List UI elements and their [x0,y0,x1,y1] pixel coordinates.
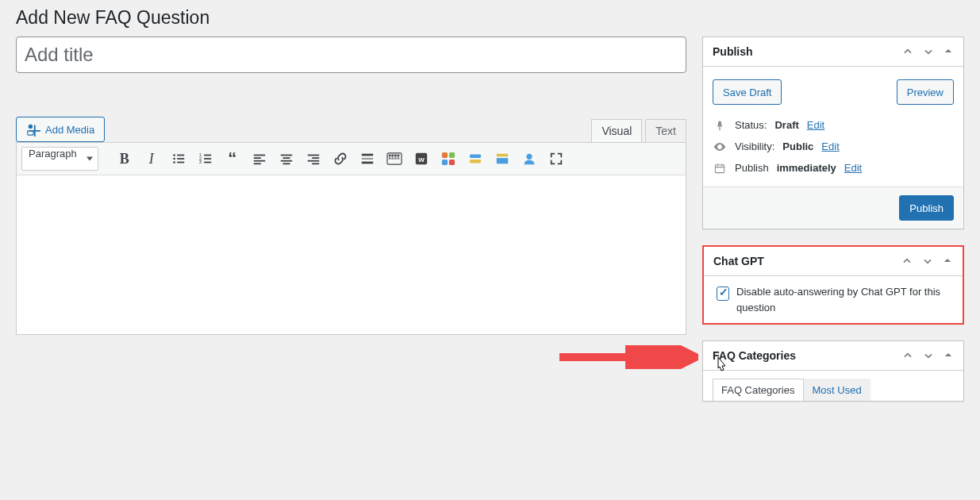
toggle-panel-icon[interactable] [943,349,954,362]
bold-button[interactable]: B [113,147,136,171]
visibility-label: Visibility: [735,140,774,152]
svg-rect-34 [389,157,391,160]
svg-point-4 [173,158,175,160]
svg-rect-26 [362,154,373,156]
svg-text:3: 3 [199,160,202,164]
svg-rect-24 [308,160,319,162]
svg-rect-46 [497,154,508,157]
blockquote-button[interactable]: “ [221,147,244,171]
fullscreen-button[interactable] [544,147,568,171]
editor-toolbar: Paragraph B I 123 “ [17,143,686,175]
chatgpt-metabox: Chat GPT Disable auto-answering by Chat … [702,245,964,325]
disable-chatgpt-checkbox[interactable] [717,287,729,301]
wp-shortcode-button-4[interactable] [490,147,514,171]
disable-chatgpt-option[interactable]: Disable auto-answering by Chat GPT for t… [713,284,953,315]
visibility-edit-link[interactable]: Edit [821,140,839,152]
wp-shortcode-button-2[interactable] [436,147,460,171]
eye-icon [713,141,727,152]
svg-rect-16 [254,160,265,162]
move-down-icon[interactable] [921,255,934,267]
disable-chatgpt-label: Disable auto-answering by Chat GPT for t… [736,284,953,315]
editor-content-area[interactable] [17,175,686,334]
status-label: Status: [735,119,767,131]
italic-button[interactable]: I [140,147,163,171]
status-edit-link[interactable]: Edit [807,119,824,131]
bullet-list-button[interactable] [167,147,190,171]
wp-shortcode-button-5[interactable] [517,147,541,171]
wp-shortcode-button-1[interactable]: W [409,147,433,171]
svg-rect-43 [449,160,455,165]
chevron-down-icon [86,157,93,161]
svg-rect-19 [282,157,290,159]
svg-point-48 [526,154,532,160]
svg-rect-30 [389,155,391,157]
svg-rect-45 [470,160,481,163]
svg-rect-9 [204,155,211,156]
svg-point-0 [29,125,33,129]
preview-button[interactable]: Preview [897,79,954,105]
svg-rect-42 [442,160,448,165]
svg-rect-5 [177,158,184,160]
format-select[interactable]: Paragraph [21,147,98,171]
align-right-button[interactable] [302,147,325,171]
svg-point-6 [173,161,175,163]
svg-rect-17 [254,163,261,164]
svg-rect-23 [312,157,319,159]
svg-point-2 [173,154,175,156]
move-up-icon[interactable] [901,45,914,58]
svg-rect-31 [391,155,394,157]
publish-date-label: Publish [735,162,769,174]
move-down-icon[interactable] [922,45,935,58]
svg-rect-35 [391,157,394,160]
svg-rect-27 [362,158,373,160]
tab-visual[interactable]: Visual [591,119,642,142]
tab-most-used[interactable]: Most Used [804,379,870,401]
move-down-icon[interactable] [922,349,935,362]
add-media-label: Add Media [45,124,94,136]
publish-metabox: Publish Save Draft Preview [702,37,964,229]
tab-all-categories[interactable]: FAQ Categories [713,379,804,401]
publish-metabox-title: Publish [713,45,753,58]
svg-rect-37 [397,157,399,160]
media-icon [26,122,40,137]
save-draft-button[interactable]: Save Draft [713,79,782,105]
svg-rect-3 [177,155,184,156]
toggle-panel-icon[interactable] [942,255,953,267]
categories-metabox: FAQ Categories FAQ Categories Most Used [702,340,964,402]
insert-more-button[interactable] [355,147,379,171]
publish-button[interactable]: Publish [899,195,954,221]
svg-rect-47 [497,158,508,163]
wp-shortcode-button-3[interactable] [463,147,487,171]
svg-rect-18 [281,155,292,156]
post-title-input[interactable] [16,37,686,73]
svg-rect-14 [254,155,265,156]
publish-date-edit-link[interactable]: Edit [844,162,862,174]
format-select-label: Paragraph [29,148,77,160]
align-center-button[interactable] [275,147,298,171]
align-left-button[interactable] [248,147,271,171]
numbered-list-button[interactable]: 123 [194,147,217,171]
add-media-button[interactable]: Add Media [16,117,105,142]
tab-text[interactable]: Text [645,119,686,142]
move-up-icon[interactable] [901,255,913,267]
svg-rect-28 [362,162,373,164]
publish-date-value: immediately [777,162,836,174]
status-value: Draft [774,119,798,131]
visibility-value: Public [782,140,813,152]
svg-rect-33 [397,155,399,157]
svg-rect-49 [715,164,724,172]
pin-icon [713,120,727,131]
toolbar-toggle-button[interactable] [382,147,406,171]
svg-rect-36 [394,157,397,160]
svg-rect-32 [394,155,397,157]
svg-rect-41 [449,152,455,158]
svg-rect-20 [281,160,292,162]
move-up-icon[interactable] [901,349,914,362]
svg-rect-40 [442,152,448,158]
svg-rect-25 [312,163,319,164]
toggle-panel-icon[interactable] [943,45,954,58]
svg-rect-21 [282,163,290,164]
svg-text:W: W [418,156,425,163]
chatgpt-metabox-title: Chat GPT [713,255,764,267]
link-button[interactable] [329,147,352,171]
